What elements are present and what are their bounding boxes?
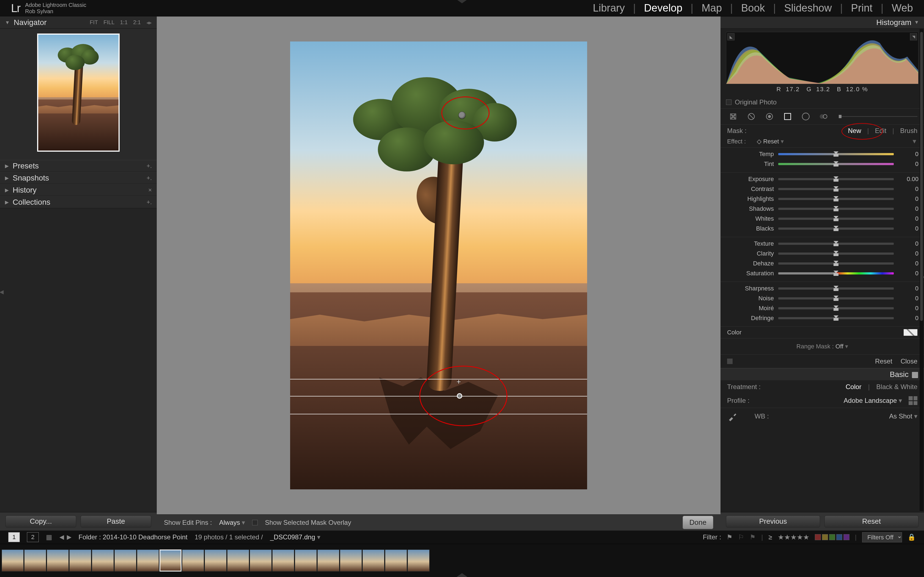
- filmstrip-thumb[interactable]: [160, 550, 181, 572]
- module-library[interactable]: Library: [593, 2, 625, 14]
- collections-header[interactable]: ▶ Collections +.: [0, 196, 157, 208]
- module-slideshow[interactable]: Slideshow: [784, 2, 832, 14]
- paste-button[interactable]: Paste: [81, 516, 151, 527]
- highlights-value[interactable]: 0: [894, 195, 919, 203]
- eyedropper-icon[interactable]: [727, 411, 738, 422]
- filmstrip-thumb[interactable]: [340, 550, 362, 572]
- local-reset-button[interactable]: Reset: [875, 358, 892, 365]
- flag-picked-filter-icon[interactable]: ⚑: [727, 533, 733, 541]
- defringe-value[interactable]: 0: [894, 314, 919, 322]
- histogram[interactable]: ◣ ◥: [726, 32, 919, 84]
- navigator-header[interactable]: ▼ Navigator FIT FILL 1:1 2:1 ◂▸: [0, 16, 157, 29]
- add-snapshot-icon[interactable]: +.: [147, 174, 152, 182]
- tint-slider[interactable]: [778, 163, 894, 165]
- clear-history-icon[interactable]: ×: [148, 187, 152, 194]
- flag-rejected-filter-icon[interactable]: ⚑: [750, 533, 756, 541]
- mask-brush[interactable]: Brush: [900, 127, 918, 135]
- filmstrip-thumb[interactable]: [47, 550, 69, 572]
- filmstrip-thumb[interactable]: [272, 550, 294, 572]
- close-tool-button[interactable]: Close: [901, 358, 918, 365]
- tint-value[interactable]: 0: [894, 160, 919, 168]
- temp-value[interactable]: 0: [894, 151, 919, 158]
- module-print[interactable]: Print: [851, 2, 872, 14]
- filename-dropdown[interactable]: _DSC0987.dng ▾: [270, 533, 320, 541]
- effect-dropdown[interactable]: ◇ Reset ▾: [757, 138, 784, 145]
- exposure-value[interactable]: 0.00: [894, 176, 919, 183]
- saturation-value[interactable]: 0: [894, 270, 919, 277]
- reset-button[interactable]: Reset: [824, 516, 919, 527]
- filmstrip-thumb[interactable]: [227, 550, 249, 572]
- clarity-slider[interactable]: [778, 253, 894, 255]
- defringe-slider[interactable]: [778, 317, 894, 319]
- shadows-value[interactable]: 0: [894, 205, 919, 213]
- filmstrip-thumb[interactable]: [69, 550, 91, 572]
- moire-value[interactable]: 0: [894, 305, 919, 312]
- done-button[interactable]: Done: [683, 516, 713, 529]
- exposure-slider[interactable]: [778, 178, 894, 180]
- navigator-preview[interactable]: [0, 29, 157, 160]
- dehaze-slider[interactable]: [778, 263, 894, 264]
- module-map[interactable]: Map: [701, 2, 722, 14]
- original-photo-checkbox[interactable]: [726, 100, 732, 105]
- effect-disclosure-icon[interactable]: ▼: [911, 138, 918, 145]
- filmstrip-thumb[interactable]: [92, 550, 114, 572]
- monitor-2-button[interactable]: 2: [27, 532, 39, 542]
- nav-fill[interactable]: FILL: [103, 19, 115, 26]
- filmstrip[interactable]: [0, 544, 924, 577]
- moire-slider[interactable]: [778, 307, 894, 309]
- nav-1-1[interactable]: 1:1: [120, 19, 128, 26]
- module-book[interactable]: Book: [741, 2, 765, 14]
- basic-header[interactable]: Basic ▦: [720, 368, 924, 380]
- rating-comparator[interactable]: ≥: [769, 533, 772, 541]
- rating-filter[interactable]: ★★★★★: [778, 533, 809, 542]
- filmstrip-thumb[interactable]: [137, 550, 159, 572]
- blacks-slider[interactable]: [778, 227, 894, 230]
- copy-button[interactable]: Copy...: [5, 516, 76, 527]
- shadows-slider[interactable]: [778, 208, 894, 210]
- filmstrip-thumb[interactable]: [407, 550, 430, 572]
- highlights-slider[interactable]: [778, 198, 894, 200]
- module-web[interactable]: Web: [892, 2, 913, 14]
- noise-slider[interactable]: [778, 297, 894, 300]
- nav-2-1[interactable]: 2:1: [133, 19, 141, 26]
- color-label-filter[interactable]: [815, 534, 850, 540]
- monitor-1-button[interactable]: 1: [8, 532, 20, 542]
- effect-amount-slider[interactable]: [839, 116, 918, 117]
- crop-tool-icon[interactable]: [727, 110, 739, 122]
- filmstrip-thumb[interactable]: [295, 550, 317, 572]
- spot-removal-tool-icon[interactable]: [745, 110, 758, 122]
- snapshots-header[interactable]: ▶ Snapshots +.: [0, 172, 157, 184]
- previous-button[interactable]: Previous: [726, 516, 820, 527]
- source-folder[interactable]: Folder : 2014-10-10 Deadhorse Point: [79, 533, 187, 541]
- filter-lock-icon[interactable]: 🔒: [908, 533, 916, 541]
- filmstrip-thumb[interactable]: [115, 550, 136, 572]
- treatment-bw[interactable]: Black & White: [876, 383, 918, 391]
- dehaze-value[interactable]: 0: [894, 260, 919, 267]
- highlight-clipping-icon[interactable]: ◥: [910, 33, 917, 40]
- graduated-filter-tool-icon[interactable]: [782, 110, 794, 122]
- photo-canvas[interactable]: ＋: [157, 16, 720, 514]
- edit-pins-dropdown[interactable]: Always ▾: [219, 519, 245, 527]
- flag-unflagged-filter-icon[interactable]: ⚐: [738, 533, 744, 541]
- adjustment-brush-tool-icon[interactable]: [818, 110, 830, 122]
- clarity-value[interactable]: 0: [894, 250, 919, 257]
- history-header[interactable]: ▶ History ×: [0, 184, 157, 196]
- next-photo-icon[interactable]: ▶: [67, 533, 71, 541]
- panel-switch-icon[interactable]: [727, 359, 733, 364]
- add-collection-icon[interactable]: +.: [147, 199, 152, 206]
- main-photo[interactable]: ＋: [290, 42, 587, 489]
- radial-filter-tool-icon[interactable]: [800, 110, 812, 122]
- presets-header[interactable]: ▶ Presets +.: [0, 160, 157, 172]
- treatment-color[interactable]: Color: [846, 383, 861, 391]
- overlay-checkbox[interactable]: [252, 520, 258, 525]
- filmstrip-thumb[interactable]: [205, 550, 226, 572]
- saturation-slider[interactable]: [778, 272, 894, 274]
- texture-slider[interactable]: [778, 243, 894, 245]
- whites-slider[interactable]: [778, 218, 894, 220]
- blacks-value[interactable]: 0: [894, 225, 919, 232]
- prev-photo-icon[interactable]: ◀: [60, 533, 64, 541]
- sharpness-value[interactable]: 0: [894, 285, 919, 292]
- filter-preset-dropdown[interactable]: Filters Off: [862, 532, 902, 542]
- range-mask-dropdown[interactable]: Off ▾: [835, 343, 848, 350]
- texture-value[interactable]: 0: [894, 240, 919, 247]
